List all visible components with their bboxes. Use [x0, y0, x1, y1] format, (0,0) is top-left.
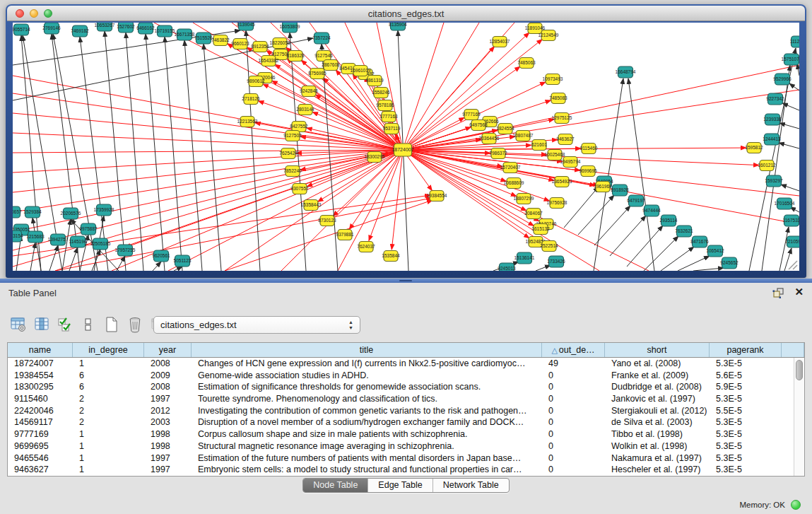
network-node[interactable]: 9660123: [231, 39, 249, 49]
table-cell[interactable]: 22420046: [8, 405, 73, 417]
table-cell[interactable]: 1: [73, 464, 144, 476]
network-node[interactable]: 1167533: [783, 215, 799, 226]
tab-edge-table[interactable]: Edge Table: [368, 479, 433, 492]
network-node[interactable]: 12124549: [539, 30, 559, 41]
table-cell[interactable]: 5.5E-5: [710, 405, 782, 417]
network-node[interactable]: 621601: [531, 140, 547, 151]
table-cell[interactable]: 1: [73, 428, 144, 440]
new-column-button[interactable]: [103, 316, 120, 333]
table-cell[interactable]: 1998: [144, 428, 192, 440]
table-cell[interactable]: Estimation of the future numbers of pati…: [192, 452, 542, 465]
network-node[interactable]: 9127503: [283, 131, 302, 141]
network-node[interactable]: 9699695: [579, 166, 597, 177]
table-scrollbar[interactable]: [794, 358, 804, 476]
table-cell[interactable]: de Silva et al. (2003): [605, 416, 710, 428]
network-node[interactable]: 9975887: [79, 223, 98, 235]
network-node[interactable]: 9474444: [642, 205, 661, 216]
resize-grip-icon[interactable]: [789, 261, 797, 269]
table-row[interactable]: 946362711997Embryonic stem cells: a mode…: [8, 464, 804, 476]
network-node[interactable]: 1601212: [758, 160, 776, 171]
network-node[interactable]: 17016504: [775, 198, 795, 209]
table-cell[interactable]: 5.9E-5: [710, 381, 782, 393]
table-cell[interactable]: Tibbo et al. (1998): [605, 428, 710, 440]
table-cell[interactable]: Disruption of a novel member of a sodium…: [192, 416, 542, 428]
table-cell[interactable]: 0: [542, 464, 605, 476]
network-node[interactable]: 19756928: [547, 198, 567, 209]
close-panel-button[interactable]: ✕: [794, 286, 804, 298]
tab-node-table[interactable]: Node Table: [303, 479, 368, 492]
table-cell[interactable]: 18300295: [8, 381, 73, 393]
table-cell[interactable]: 2008: [144, 381, 192, 393]
network-node[interactable]: 10719155: [155, 25, 175, 37]
network-node[interactable]: 2769146: [42, 23, 61, 34]
table-cell[interactable]: 49: [542, 358, 605, 370]
divider-handle[interactable]: [399, 280, 412, 281]
network-node[interactable]: 18226058: [270, 38, 290, 49]
table-cell[interactable]: 0: [542, 370, 605, 382]
table-cell[interactable]: 9699695: [8, 440, 73, 452]
network-node[interactable]: 19384554: [427, 191, 447, 201]
network-node[interactable]: 1239338: [763, 114, 782, 125]
table-row[interactable]: 1872400712008Changes of HCN gene express…: [8, 358, 804, 370]
table-cell[interactable]: 6: [73, 381, 144, 393]
table-cell[interactable]: 2: [73, 416, 144, 428]
network-node[interactable]: 7210595: [785, 236, 799, 247]
column-header-in_degree[interactable]: in_degree: [73, 343, 144, 357]
table-cell[interactable]: Tourette syndrome. Phenomenology and cla…: [192, 393, 542, 405]
network-node[interactable]: 16053809: [280, 23, 300, 33]
network-node[interactable]: 1824554: [496, 124, 514, 134]
table-select-dropdown[interactable]: citations_edges.txt ▲ ▼: [153, 316, 360, 334]
network-node[interactable]: 7515526: [194, 33, 213, 44]
table-cell[interactable]: Genome-wide association studies in ADHD.: [192, 370, 542, 382]
table-row[interactable]: 2242004622012Investigating the contribut…: [8, 405, 804, 417]
network-node[interactable]: 13942757: [48, 234, 69, 245]
network-node[interactable]: 20206576: [61, 208, 81, 219]
table-cell[interactable]: 2: [73, 393, 144, 405]
network-node[interactable]: 1558246: [372, 88, 390, 98]
network-node[interactable]: 12213563: [237, 117, 258, 127]
table-cell[interactable]: Investigating the contribution of common…: [192, 405, 542, 417]
network-node[interactable]: 1615132: [531, 224, 550, 235]
network-node[interactable]: 9379881: [336, 230, 354, 240]
table-cell[interactable]: 19384554: [8, 370, 73, 382]
network-node[interactable]: 7357224: [312, 33, 331, 44]
network-node[interactable]: 9115460: [580, 144, 598, 154]
table-cell[interactable]: Franke et al. (2009): [605, 370, 710, 382]
table-cell[interactable]: 5.3E-5: [710, 464, 782, 476]
table-cell[interactable]: 1: [73, 358, 144, 370]
network-node[interactable]: 1527602: [117, 23, 135, 33]
network-node[interactable]: 7986372: [489, 148, 507, 159]
show-columns-button[interactable]: [33, 316, 50, 333]
network-node[interactable]: 1529384: [23, 206, 42, 218]
table-cell[interactable]: 5.3E-5: [710, 393, 782, 405]
network-node[interactable]: 15751074: [782, 54, 799, 65]
network-node[interactable]: 13654923: [552, 177, 572, 187]
table-cell[interactable]: Changes of HCN gene expression and I(f) …: [192, 358, 542, 370]
network-node[interactable]: 9055714: [13, 24, 30, 35]
table-cell[interactable]: Stergiakouli et al. (2012): [605, 405, 710, 417]
network-node[interactable]: 2520657: [13, 206, 22, 218]
column-header-out_de[interactable]: △out_de…: [542, 343, 605, 357]
network-node[interactable]: 1145194: [69, 236, 87, 247]
table-cell[interactable]: 5.3E-5: [710, 440, 782, 452]
table-cell[interactable]: Estimation of significance thresholds fo…: [192, 381, 542, 393]
network-node[interactable]: 8918928: [611, 185, 629, 196]
network-node[interactable]: 6479197: [627, 195, 645, 206]
table-cell[interactable]: 0: [542, 428, 605, 440]
network-node[interactable]: 17359928: [94, 204, 114, 216]
network-node[interactable]: 2522514: [540, 241, 558, 252]
column-header-pagerank[interactable]: pagerank: [710, 343, 782, 357]
network-node[interactable]: 9537119: [383, 124, 401, 134]
column-header-year[interactable]: year: [144, 343, 192, 357]
table-cell[interactable]: 9465546: [8, 452, 73, 465]
network-node[interactable]: 1733426: [547, 256, 565, 267]
table-cell[interactable]: 9115460: [8, 393, 73, 405]
table-cell[interactable]: 1: [73, 452, 144, 465]
table-cell[interactable]: 5.3E-5: [710, 416, 782, 428]
network-node[interactable]: 1215683: [26, 231, 45, 243]
table-cell[interactable]: 0: [542, 405, 605, 417]
table-cell[interactable]: 2009: [144, 370, 192, 382]
network-node[interactable]: 7632621: [675, 226, 693, 237]
table-cell[interactable]: 0: [542, 440, 605, 452]
select-columns-button[interactable]: [57, 316, 73, 333]
